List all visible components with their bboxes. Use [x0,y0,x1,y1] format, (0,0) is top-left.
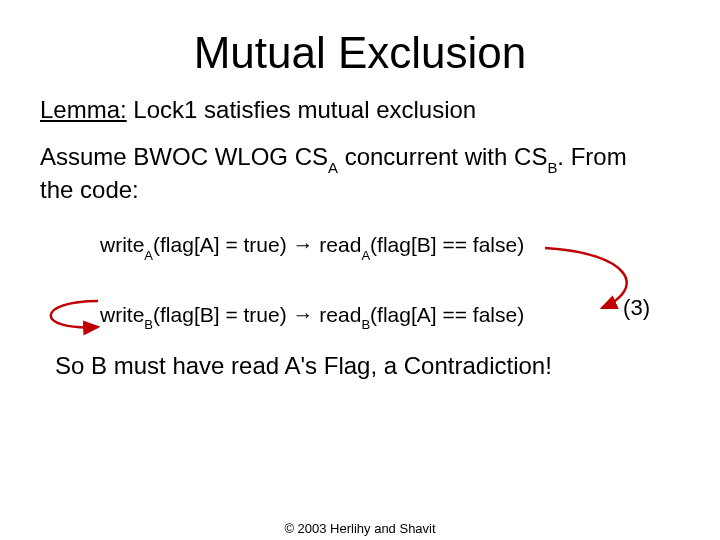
lemma-line: Lemma: Lock1 satisfies mutual exclusion [40,96,680,124]
conclusion-line: So B must have read A's Flag, a Contradi… [55,352,720,380]
f1-read: read [314,233,362,256]
assume-mid: concurrent with CS [338,143,547,170]
slide-title: Mutual Exclusion [0,28,720,78]
equation-ref-3: (3) [623,295,650,321]
assume-pre: Assume BWOC WLOG CS [40,143,328,170]
f2-write-args: (flag[B] = true) [153,303,292,326]
formula-block: writeA(flag[A] = true) → readA(flag[B] =… [40,233,680,329]
lemma-label: Lemma: [40,96,127,123]
formula-line-2: writeB(flag[B] = true) → readB(flag[A] =… [100,303,680,330]
f2-arrow: → [293,303,314,326]
f2-read: read [314,303,362,326]
lemma-text: Lock1 satisfies mutual exclusion [127,96,477,123]
f2-read-sub: B [361,317,370,332]
f1-read-args: (flag[B] == false) [370,233,524,256]
f1-write-args: (flag[A] = true) [153,233,292,256]
formula-line-1: writeA(flag[A] = true) → readA(flag[B] =… [100,233,680,260]
f1-read-sub: A [361,248,370,263]
slide: Mutual Exclusion Lemma: Lock1 satisfies … [0,28,720,540]
copyright-line: © 2003 Herlihy and Shavit [0,521,720,536]
assume-sub-a: A [328,160,338,176]
f2-write: write [100,303,144,326]
f2-write-sub: B [144,317,153,332]
f1-arrow: → [293,233,314,256]
f2-read-args: (flag[A] == false) [370,303,524,326]
assume-sub-b: B [547,160,557,176]
f1-write-sub: A [144,248,153,263]
f1-write: write [100,233,144,256]
assume-line: Assume BWOC WLOG CSA concurrent with CSB… [40,142,660,205]
